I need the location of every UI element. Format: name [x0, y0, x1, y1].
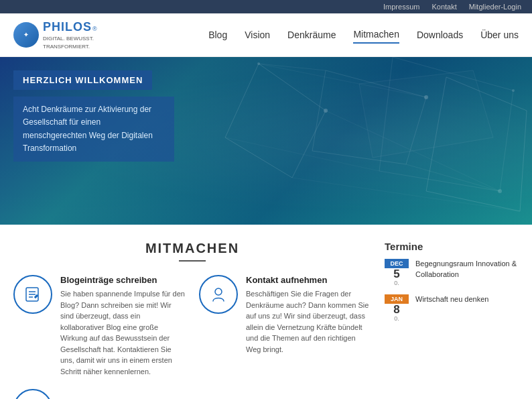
kontakt-title: Kontakt aufnehmen: [246, 275, 371, 285]
section-title: MITMACHEN: [13, 241, 371, 256]
bottom-item: Begegnungsräume besuchen: [13, 389, 371, 399]
card-kontakt: Kontakt aufnehmen Beschäftigen Sie die F…: [199, 275, 371, 377]
section-divider: [179, 260, 206, 262]
logo-circle: ✦: [13, 22, 39, 48]
card-blogeintrage: Blogeinträge schreiben Sie haben spannen…: [13, 275, 186, 377]
nav-ueber-uns[interactable]: Über uns: [480, 27, 519, 43]
sidebar: Termine DEC 5 0. Begegnungsraum Innovati…: [385, 241, 519, 399]
main-nav: Blog Vision Denkräume Mitmachen Download…: [208, 26, 519, 44]
nav-blog[interactable]: Blog: [208, 27, 227, 43]
svg-line-7: [225, 137, 379, 171]
blogeintrage-icon: [13, 275, 52, 314]
event-day-jan: 8: [385, 304, 409, 315]
svg-marker-15: [359, 70, 493, 158]
logo-tagline2: TRANSFORMIERT.: [43, 44, 97, 50]
hero-description: Acht Denkräume zur Aktivierung der Gesel…: [13, 97, 174, 162]
svg-point-12: [512, 89, 515, 92]
event-date-dec: DEC 5 0.: [385, 259, 409, 286]
svg-point-8: [324, 109, 328, 113]
nav-mitmachen[interactable]: Mitmachen: [353, 26, 399, 44]
event-year-jan: 0.: [385, 315, 409, 322]
logo-sup: ®: [92, 25, 97, 32]
event-item-dec: DEC 5 0. Begegnungsraum Innovation & Col…: [385, 259, 519, 286]
event-month-jan: JAN: [385, 294, 409, 304]
nav-denkraeume[interactable]: Denkräume: [287, 27, 336, 43]
blogeintrage-text: Sie haben spannende Impulse für den Blog…: [60, 288, 186, 377]
event-text-dec[interactable]: Begegnungsraum Innovation & Collaboratio…: [415, 259, 519, 280]
hero-title: HERZLICH WILLKOMMEN: [13, 70, 152, 90]
logo-name: PHILOS: [43, 20, 92, 34]
hero-section: HERZLICH WILLKOMMEN Acht Denkräume zur A…: [0, 57, 532, 225]
event-month-dec: DEC: [385, 259, 409, 268]
blogeintrage-body: Blogeinträge schreiben Sie haben spannen…: [60, 275, 186, 377]
hero-content: HERZLICH WILLKOMMEN Acht Denkräume zur A…: [13, 70, 174, 162]
event-day-dec: 5: [385, 268, 409, 280]
nav-vision[interactable]: Vision: [245, 27, 270, 43]
gruppe-icon: [13, 389, 52, 399]
top-bar: Impressum Kontakt Mitglieder-Login: [0, 0, 532, 13]
sidebar-title: Termine: [385, 241, 519, 252]
event-year-dec: 0.: [385, 280, 409, 286]
logo-tagline1: DIGITAL. BEWUSST.: [43, 36, 97, 42]
impressum-link[interactable]: Impressum: [383, 3, 419, 11]
main-content: MITMACHEN Blogeinträge schreiben Sie hab…: [0, 225, 532, 399]
login-link[interactable]: Mitglieder-Login: [469, 3, 521, 11]
svg-marker-0: [225, 64, 326, 178]
nav-downloads[interactable]: Downloads: [417, 27, 463, 43]
kontakt-body: Kontakt aufnehmen Beschäftigen Sie die F…: [246, 275, 371, 355]
event-item-jan: JAN 8 0. Wirtschaft neu denken: [385, 294, 519, 322]
svg-line-6: [292, 178, 520, 211]
event-text-jan[interactable]: Wirtschaft neu denken: [415, 294, 488, 304]
kontakt-icon: [199, 275, 238, 314]
kontakt-link[interactable]: Kontakt: [431, 3, 456, 11]
main-left: MITMACHEN Blogeinträge schreiben Sie hab…: [13, 241, 371, 399]
blogeintrage-title: Blogeinträge schreiben: [60, 275, 186, 285]
svg-point-20: [215, 288, 222, 295]
kontakt-text: Beschäftigen Sie die Fragen der Denkräum…: [246, 288, 371, 355]
cards-grid: Blogeinträge schreiben Sie haben spannen…: [13, 275, 371, 377]
event-date-jan: JAN 8 0.: [385, 294, 409, 322]
header: ✦ PHILOS ® DIGITAL. BEWUSST. TRANSFORMIE…: [0, 13, 532, 57]
svg-line-13: [259, 64, 326, 70]
logo[interactable]: ✦ PHILOS ® DIGITAL. BEWUSST. TRANSFORMIE…: [13, 20, 97, 50]
hero-geometric-bg: [186, 57, 532, 225]
